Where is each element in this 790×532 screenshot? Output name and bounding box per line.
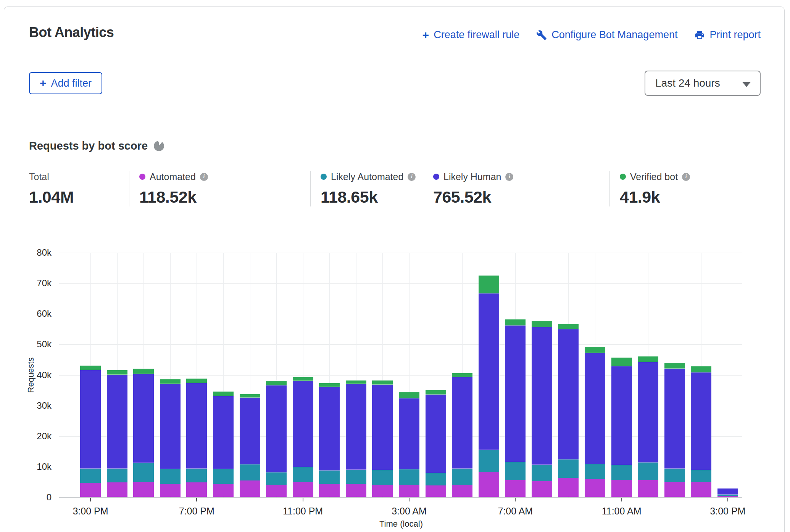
bar-1000pm[interactable] xyxy=(266,381,287,497)
info-icon[interactable]: i xyxy=(505,173,513,181)
bar-segment-automated[interactable] xyxy=(426,485,446,497)
bar-segment-verified-bot[interactable] xyxy=(293,377,313,381)
bar-segment-verified-bot[interactable] xyxy=(319,383,340,387)
bar-segment-verified-bot[interactable] xyxy=(691,366,711,372)
bar-segment-likely-human[interactable] xyxy=(452,377,472,469)
bar-600am[interactable] xyxy=(479,276,499,497)
bar-segment-likely-automated[interactable] xyxy=(107,469,127,482)
bar-1200am[interactable] xyxy=(319,383,340,497)
bar-segment-verified-bot[interactable] xyxy=(611,358,632,366)
bar-segment-verified-bot[interactable] xyxy=(505,319,526,325)
bar-segment-likely-human[interactable] xyxy=(532,327,552,465)
bar-segment-likely-automated[interactable] xyxy=(585,464,605,479)
bar-400pm[interactable] xyxy=(107,370,127,497)
bar-segment-likely-automated[interactable] xyxy=(611,465,632,480)
bar-segment-likely-human[interactable] xyxy=(240,398,260,464)
bar-segment-likely-automated[interactable] xyxy=(186,469,207,482)
bar-segment-verified-bot[interactable] xyxy=(160,379,181,384)
bar-segment-likely-human[interactable] xyxy=(426,395,446,473)
bar-segment-likely-automated[interactable] xyxy=(160,469,181,484)
bar-segment-verified-bot[interactable] xyxy=(452,373,472,377)
bar-segment-automated[interactable] xyxy=(505,480,526,497)
bar-segment-likely-human[interactable] xyxy=(372,385,393,470)
bar-segment-automated[interactable] xyxy=(293,482,313,497)
bar-segment-verified-bot[interactable] xyxy=(213,392,234,396)
bar-segment-likely-human[interactable] xyxy=(213,396,234,469)
bar-segment-likely-automated[interactable] xyxy=(293,467,313,482)
bar-segment-likely-automated[interactable] xyxy=(346,470,366,484)
bar-segment-verified-bot[interactable] xyxy=(186,379,207,383)
bar-segment-likely-human[interactable] xyxy=(399,398,419,469)
bar-segment-automated[interactable] xyxy=(160,484,181,497)
bar-700am[interactable] xyxy=(505,319,526,497)
bar-segment-likely-human[interactable] xyxy=(107,375,127,469)
bar-segment-likely-automated[interactable] xyxy=(133,463,154,482)
create-firewall-rule-link[interactable]: + Create firewall rule xyxy=(422,29,520,41)
bar-segment-verified-bot[interactable] xyxy=(80,366,101,370)
bar-1000am[interactable] xyxy=(585,347,605,497)
bar-600pm[interactable] xyxy=(160,379,181,497)
bar-1100pm[interactable] xyxy=(293,377,313,497)
bar-segment-automated[interactable] xyxy=(213,484,234,497)
bar-300pm[interactable] xyxy=(80,366,101,497)
bar-segment-automated[interactable] xyxy=(346,484,366,497)
bar-segment-verified-bot[interactable] xyxy=(399,392,419,398)
bar-segment-likely-human[interactable] xyxy=(611,366,632,466)
bar-segment-automated[interactable] xyxy=(399,485,419,497)
bar-700pm[interactable] xyxy=(186,379,207,497)
print-report-link[interactable]: Print report xyxy=(694,29,761,41)
bar-segment-likely-human[interactable] xyxy=(160,384,181,469)
bar-segment-likely-human[interactable] xyxy=(80,370,101,469)
bar-segment-automated[interactable] xyxy=(186,482,207,497)
bar-1200pm[interactable] xyxy=(638,356,658,497)
bar-segment-verified-bot[interactable] xyxy=(107,370,127,375)
configure-bot-management-link[interactable]: Configure Bot Management xyxy=(536,29,677,41)
bar-segment-likely-automated[interactable] xyxy=(638,463,658,480)
bar-segment-verified-bot[interactable] xyxy=(585,347,605,353)
bar-segment-likely-automated[interactable] xyxy=(452,469,472,485)
bar-1100am[interactable] xyxy=(611,358,632,497)
bar-segment-automated[interactable] xyxy=(107,482,127,497)
bar-segment-likely-human[interactable] xyxy=(664,369,685,469)
bar-segment-automated[interactable] xyxy=(452,485,472,497)
bar-900am[interactable] xyxy=(558,324,579,497)
bar-200pm[interactable] xyxy=(691,366,711,497)
bar-segment-likely-automated[interactable] xyxy=(266,472,287,485)
bar-segment-automated[interactable] xyxy=(638,480,658,497)
bar-500pm[interactable] xyxy=(133,369,154,497)
bar-segment-likely-automated[interactable] xyxy=(80,469,101,483)
bar-100pm[interactable] xyxy=(664,363,685,497)
bar-segment-verified-bot[interactable] xyxy=(479,276,499,293)
bar-900pm[interactable] xyxy=(240,394,260,497)
bar-segment-automated[interactable] xyxy=(80,483,101,497)
info-icon[interactable]: i xyxy=(200,173,208,181)
bar-segment-likely-automated[interactable] xyxy=(319,471,340,484)
bar-segment-verified-bot[interactable] xyxy=(638,356,658,362)
bar-segment-likely-automated[interactable] xyxy=(691,470,711,482)
bar-segment-verified-bot[interactable] xyxy=(558,324,579,330)
bar-300am[interactable] xyxy=(399,392,419,497)
bar-segment-verified-bot[interactable] xyxy=(346,380,366,384)
bar-segment-automated[interactable] xyxy=(479,472,499,497)
bar-segment-likely-automated[interactable] xyxy=(426,473,446,485)
bar-segment-likely-human[interactable] xyxy=(293,381,313,467)
bar-segment-likely-automated[interactable] xyxy=(399,469,419,485)
bar-segment-likely-human[interactable] xyxy=(558,329,579,459)
bar-segment-automated[interactable] xyxy=(558,478,579,497)
bar-segment-likely-human[interactable] xyxy=(186,383,207,469)
bar-segment-automated[interactable] xyxy=(717,496,738,497)
bar-segment-automated[interactable] xyxy=(133,482,154,497)
info-icon[interactable]: i xyxy=(408,173,416,181)
bar-segment-automated[interactable] xyxy=(611,480,632,497)
bar-segment-likely-automated[interactable] xyxy=(505,462,526,480)
add-filter-button[interactable]: + Add filter xyxy=(29,72,102,94)
bar-segment-verified-bot[interactable] xyxy=(532,321,552,327)
bar-segment-likely-automated[interactable] xyxy=(479,450,499,471)
bar-800am[interactable] xyxy=(532,321,552,497)
bar-segment-likely-human[interactable] xyxy=(133,374,154,463)
bar-segment-verified-bot[interactable] xyxy=(664,363,685,368)
bar-400am[interactable] xyxy=(426,390,446,497)
bar-segment-likely-human[interactable] xyxy=(585,353,605,464)
info-icon[interactable]: i xyxy=(682,173,690,181)
bar-segment-likely-human[interactable] xyxy=(505,326,526,462)
